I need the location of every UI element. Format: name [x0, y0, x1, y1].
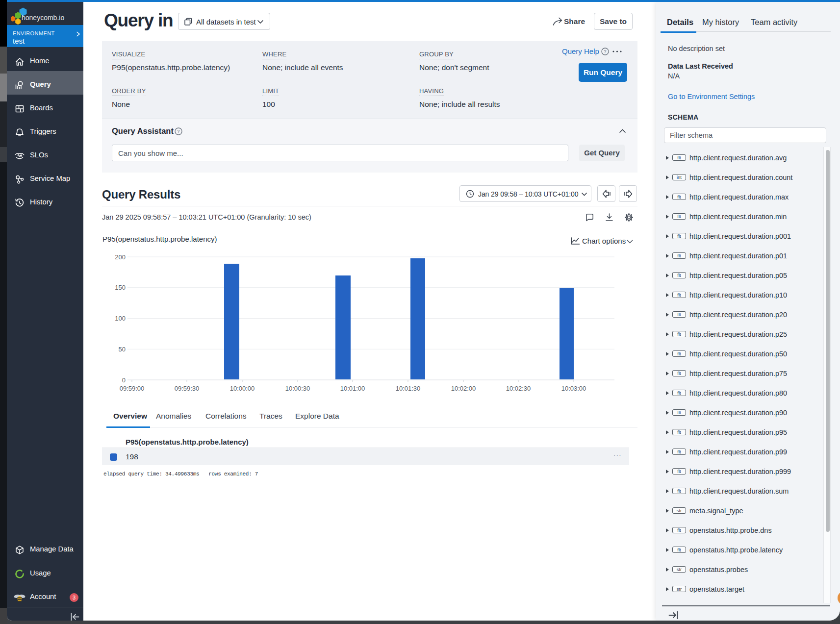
svg-text:150: 150 [115, 284, 126, 291]
svg-text:10:02:30: 10:02:30 [506, 385, 531, 392]
svg-text:10:00:00: 10:00:00 [230, 385, 255, 392]
svg-text:0: 0 [122, 376, 126, 384]
svg-text:200: 200 [115, 253, 126, 261]
svg-text:honeycomb.io: honeycomb.io [22, 14, 64, 22]
svg-text:09:59:30: 09:59:30 [175, 385, 200, 392]
svg-text:100: 100 [115, 315, 126, 322]
svg-text:10:00:30: 10:00:30 [285, 385, 310, 392]
svg-text:?: ? [177, 128, 179, 134]
svg-text:10:01:00: 10:01:00 [340, 385, 365, 392]
svg-text:10:02:00: 10:02:00 [451, 385, 476, 392]
svg-text:?: ? [604, 49, 606, 54]
svg-text:10:03:00: 10:03:00 [561, 385, 586, 392]
svg-text:50: 50 [119, 346, 126, 353]
svg-text:09:59:00: 09:59:00 [120, 385, 145, 392]
svg-text:10:01:30: 10:01:30 [396, 385, 421, 392]
